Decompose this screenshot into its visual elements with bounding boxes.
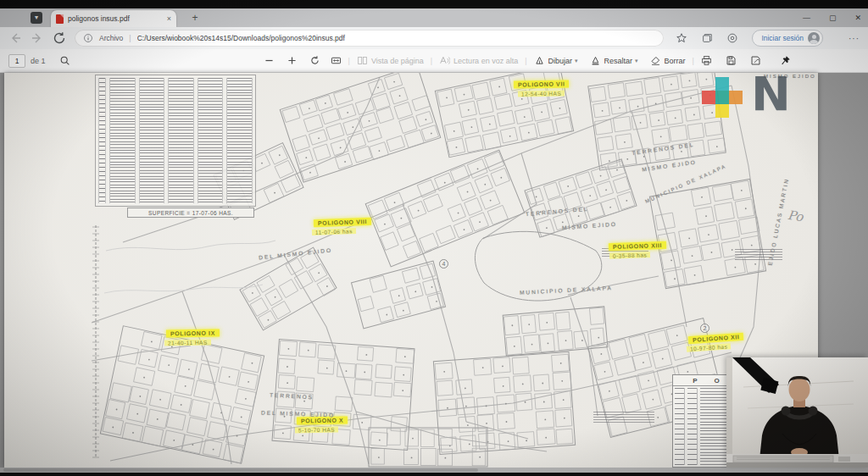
draw-label[interactable]: Dibujar bbox=[548, 57, 573, 65]
eraser-icon[interactable] bbox=[650, 55, 661, 66]
file-info-icon[interactable] bbox=[83, 33, 93, 43]
tab-close-icon[interactable]: × bbox=[167, 14, 171, 23]
parcel-table-column bbox=[687, 388, 698, 465]
scrollbar-thumb[interactable] bbox=[3, 468, 478, 472]
page-view-label[interactable]: Vista de página bbox=[371, 57, 424, 65]
interpreter-scene bbox=[726, 357, 868, 468]
new-tab-button[interactable]: + bbox=[188, 11, 202, 25]
draw-dropdown-icon[interactable]: ▾ bbox=[575, 58, 578, 64]
pin-toolbar-icon[interactable] bbox=[780, 55, 791, 66]
logo-square-green bbox=[715, 91, 729, 104]
collections-icon[interactable] bbox=[701, 32, 713, 44]
window-minimize-button[interactable]: — bbox=[803, 14, 810, 22]
coordinate-table-column bbox=[139, 78, 165, 203]
browser-tab-strip: ▾ poligonos insus.pdf × + — ▢ ✕ bbox=[0, 8, 868, 27]
url-scheme-label: Archivo bbox=[99, 34, 123, 42]
toolbar-separator: | bbox=[348, 57, 350, 65]
handwritten-note: Po bbox=[787, 208, 804, 224]
save-icon[interactable] bbox=[726, 55, 737, 66]
logo-square-yellow bbox=[715, 104, 729, 118]
coordinate-table-column bbox=[168, 78, 194, 203]
print-icon[interactable] bbox=[701, 55, 712, 66]
page-number-input[interactable]: 1 bbox=[8, 54, 25, 68]
page-count-label: de 1 bbox=[31, 57, 46, 65]
coordinate-table-column bbox=[109, 78, 136, 203]
circled-number-2: 2 bbox=[700, 324, 709, 333]
sign-in-button[interactable]: Iniciar sesión bbox=[752, 30, 823, 47]
favorites-star-icon[interactable] bbox=[676, 32, 687, 44]
area-poligono-x: 5-10-70 HAS bbox=[295, 427, 338, 434]
extensions-icon[interactable] bbox=[726, 32, 738, 44]
profile-avatar bbox=[808, 32, 820, 44]
zoom-in-icon[interactable] bbox=[287, 55, 298, 66]
toolbar-separator: | bbox=[693, 57, 694, 65]
highlight-label[interactable]: Resaltar bbox=[604, 57, 633, 65]
area-poligono-ix: 21-40-11 HAS bbox=[164, 340, 211, 346]
screen: ▾ poligonos insus.pdf × + — ▢ ✕ Archivo … bbox=[0, 0, 868, 476]
forward-icon[interactable] bbox=[31, 31, 44, 45]
coordinate-table-column bbox=[198, 78, 224, 203]
logo-square-teal bbox=[715, 77, 729, 91]
bottom-letterbox bbox=[0, 473, 868, 476]
circled-number-4: 4 bbox=[439, 259, 448, 268]
browser-tab[interactable]: poligonos insus.pdf × bbox=[51, 10, 176, 27]
draw-pen-icon[interactable] bbox=[534, 55, 545, 66]
tv-watermark-logo: N bbox=[702, 77, 790, 119]
zoom-out-icon[interactable] bbox=[264, 55, 275, 66]
fit-to-width-icon[interactable] bbox=[331, 55, 342, 66]
nav-right-icons: Iniciar sesión ··· bbox=[676, 30, 868, 47]
coordinate-table-column bbox=[98, 78, 106, 203]
url-text: C:/Users/wiobook%20s14s15/Downloads/poli… bbox=[137, 34, 656, 42]
highlight-dropdown-icon[interactable]: ▾ bbox=[635, 58, 638, 64]
pdf-toolbar: 1 de 1 | Vista de página | Lectura en vo… bbox=[0, 49, 868, 73]
url-separator: | bbox=[129, 34, 131, 42]
read-aloud-icon[interactable] bbox=[439, 55, 450, 66]
area-poligono-vii: 12-54-40 HAS bbox=[518, 91, 565, 97]
toolbar-separator: | bbox=[431, 57, 432, 65]
browser-nav-bar: Archivo | C:/Users/wiobook%20s14s15/Down… bbox=[0, 27, 868, 49]
top-letterbox bbox=[0, 0, 868, 8]
window-close-button[interactable]: ✕ bbox=[854, 14, 861, 22]
pdf-page[interactable]: SUPERFICIE = 17-07-06 HAS. P O L POLIGON… bbox=[4, 73, 818, 468]
pdf-file-icon bbox=[56, 14, 64, 24]
address-bar[interactable]: Archivo | C:/Users/wiobook%20s14s15/Down… bbox=[75, 30, 664, 47]
highlighter-icon[interactable] bbox=[590, 55, 601, 66]
read-aloud-label[interactable]: Lectura en voz alta bbox=[453, 57, 518, 65]
coordinate-table-column bbox=[226, 78, 253, 203]
window-controls: — ▢ ✕ bbox=[803, 8, 861, 27]
back-icon[interactable] bbox=[8, 31, 22, 45]
tab-title: poligonos insus.pdf bbox=[68, 14, 163, 23]
interpreter-video-overlay bbox=[726, 357, 868, 468]
logo-letter-n: N bbox=[751, 70, 791, 118]
page-view-icon[interactable] bbox=[357, 55, 368, 66]
search-icon[interactable] bbox=[59, 55, 70, 66]
erase-label[interactable]: Borrar bbox=[665, 57, 686, 65]
logo-square-red bbox=[702, 91, 715, 104]
save-as-icon[interactable] bbox=[750, 55, 761, 66]
refresh-icon[interactable] bbox=[53, 31, 66, 45]
window-maximize-button[interactable]: ▢ bbox=[829, 14, 837, 22]
parcel-table-column bbox=[675, 388, 685, 465]
sign-in-label: Iniciar sesión bbox=[761, 34, 804, 42]
browser-menu-icon[interactable]: ··· bbox=[849, 34, 860, 43]
keyboard-icon bbox=[733, 456, 850, 462]
superficie-label: SUPERFICIE = 17-07-06 HAS. bbox=[127, 208, 254, 218]
micro-text-block bbox=[593, 412, 654, 423]
highlight-poligono-ix: POLIGONO IX bbox=[166, 329, 220, 337]
toolbar-separator: | bbox=[525, 57, 526, 65]
highlight-poligono-vii: POLIGONO VII bbox=[514, 80, 570, 88]
rotate-icon[interactable] bbox=[309, 55, 320, 66]
coordinate-table bbox=[95, 75, 256, 207]
logo-square-orange bbox=[729, 91, 743, 104]
tab-actions-icon[interactable]: ▾ bbox=[31, 12, 42, 24]
